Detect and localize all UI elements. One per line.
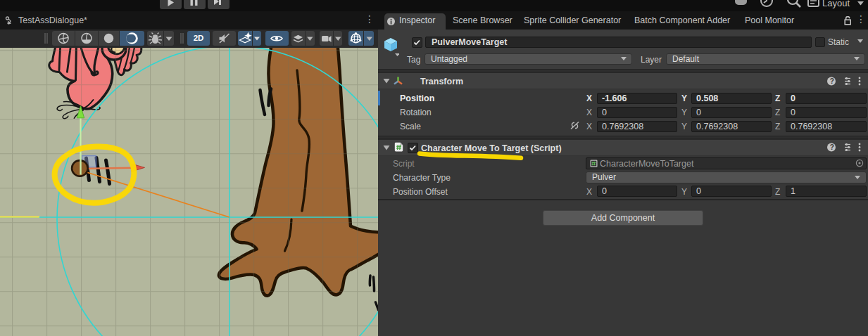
svg-text:Layout: Layout bbox=[822, 0, 850, 8]
svg-text:?: ? bbox=[830, 143, 834, 151]
svg-text:?: ? bbox=[830, 77, 834, 85]
